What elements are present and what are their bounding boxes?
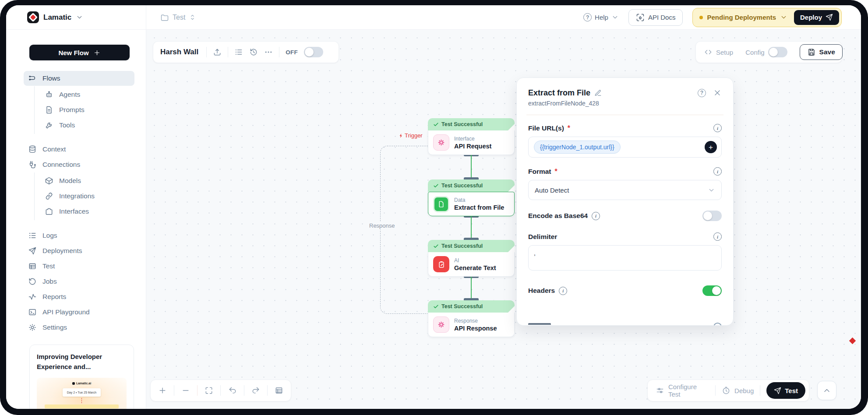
flow-enabled-toggle[interactable]: [304, 47, 323, 57]
new-flow-button[interactable]: New Flow: [29, 45, 130, 60]
delimiter-input[interactable]: ,: [528, 245, 722, 271]
fit-view-icon[interactable]: [201, 386, 217, 395]
promo-dashed-line: [81, 398, 82, 403]
setup-button[interactable]: Setup: [704, 48, 733, 56]
sidebar-item-label: Deployments: [42, 247, 82, 255]
node-api-response[interactable]: Test Successful Response API Response: [428, 300, 515, 337]
headers-toggle[interactable]: [702, 285, 722, 296]
lamatic-logo-icon: [27, 11, 39, 23]
sidebar-item-deployments[interactable]: Deployments: [24, 243, 134, 258]
sidebar-item-test[interactable]: Test: [24, 259, 134, 274]
save-button[interactable]: Save: [800, 44, 843, 60]
help-menu[interactable]: ? Help: [583, 13, 619, 21]
sidebar-item-context[interactable]: Context: [24, 142, 134, 157]
panel-help-icon[interactable]: ?: [698, 89, 706, 97]
info-icon[interactable]: i: [713, 232, 722, 241]
variable-chip[interactable]: {{triggerNode_1.output.url}}: [534, 141, 621, 154]
info-icon[interactable]: i: [592, 212, 600, 220]
deploy-label: Deploy: [800, 14, 822, 21]
send-icon: [826, 14, 833, 21]
node-id: extractFromFileNode_428: [528, 100, 602, 107]
file-node-icon: [433, 196, 449, 212]
sidebar-item-settings[interactable]: Settings: [24, 320, 134, 335]
status-dot: [699, 16, 703, 19]
sidebar-item-logs[interactable]: Logs: [24, 228, 134, 243]
plug-icon: [28, 160, 37, 169]
response-node-icon: [433, 317, 449, 333]
add-url-button[interactable]: +: [705, 141, 717, 153]
node-api-request[interactable]: Test Successful Interface API Request: [428, 118, 515, 155]
more-options-icon[interactable]: [264, 48, 273, 56]
app-window: Lamatic Test ? Help API Docs Pending Dep…: [6, 5, 861, 409]
promo-thumb-brand: Lamatic.ai: [72, 382, 91, 385]
panel-title: Extract from File: [528, 88, 590, 98]
queue-list-icon[interactable]: [234, 48, 243, 56]
pending-deployments-pill[interactable]: Pending Deployments Deploy: [692, 8, 842, 27]
encode-base64-toggle[interactable]: [702, 211, 722, 221]
bolt-icon: [399, 133, 404, 138]
promo-card[interactable]: Improving Developer Experience and... La…: [29, 345, 134, 409]
flow-name: Harsh Wall: [160, 48, 198, 56]
debug-button[interactable]: Debug: [722, 386, 754, 395]
database-icon: [28, 145, 37, 154]
run-test-button[interactable]: Test: [766, 382, 805, 399]
edit-pencil-icon[interactable]: [594, 89, 602, 97]
data-table-icon[interactable]: [271, 386, 287, 395]
sidebar-item-models[interactable]: Models: [35, 173, 134, 188]
save-icon: [807, 48, 816, 56]
sidebar-item-integrations[interactable]: Integrations: [35, 189, 134, 204]
robot-icon: [45, 90, 53, 99]
undo-icon[interactable]: [224, 386, 241, 395]
node-category: AI: [454, 257, 496, 264]
sidebar-item-label: Test: [42, 262, 55, 270]
info-icon[interactable]: i: [713, 124, 722, 132]
flow-breadcrumb[interactable]: Test: [146, 13, 196, 22]
config-toggle[interactable]: [768, 47, 787, 57]
sidebar-item-flows[interactable]: Flows: [24, 71, 134, 86]
sidebar-item-label: Connections: [42, 161, 80, 169]
info-icon[interactable]: i: [559, 287, 567, 295]
history-icon[interactable]: [249, 48, 258, 56]
format-label: Format: [528, 168, 551, 176]
sidebar-item-reports[interactable]: Reports: [24, 289, 134, 304]
flow-canvas[interactable]: Harsh Wall OFF Setup Config: [146, 30, 861, 409]
deploy-button[interactable]: Deploy: [794, 10, 839, 25]
node-extract-from-file[interactable]: Test Successful Data Extract from File: [428, 179, 515, 216]
node-generate-text[interactable]: Test Successful AI Generate Text: [428, 240, 515, 277]
file-urls-label: File URL(s): [528, 124, 564, 132]
info-icon[interactable]: i: [713, 167, 722, 176]
sidebar-item-connections[interactable]: Connections: [24, 157, 134, 172]
close-icon[interactable]: [713, 88, 722, 97]
sidebar-item-tools[interactable]: Tools: [35, 118, 134, 133]
link-icon: [45, 192, 53, 200]
list-icon: [28, 231, 37, 240]
sidebar-item-interfaces[interactable]: Interfaces: [35, 204, 134, 219]
node-category: Data: [454, 197, 504, 203]
sidebar-item-prompts[interactable]: Prompts: [35, 102, 134, 117]
workspace-switcher[interactable]: Lamatic: [6, 5, 146, 29]
share-upload-icon[interactable]: [213, 48, 222, 56]
node-status-badge: Test Successful: [428, 240, 515, 252]
zoom-in-icon[interactable]: [154, 386, 171, 395]
header-actions: ? Help API Docs Pending Deployments Depl…: [583, 8, 861, 27]
cube-icon: [45, 176, 53, 185]
collapse-panel-button[interactable]: [817, 381, 836, 400]
headers-row: Headers i: [528, 285, 722, 296]
sliders-icon: [656, 386, 664, 395]
file-urls-input[interactable]: {{triggerNode_1.output.url}} +: [528, 137, 722, 158]
configure-test-button[interactable]: Configure Test: [656, 383, 709, 398]
node-category: Interface: [454, 136, 491, 142]
sidebar-item-agents[interactable]: Agents: [35, 87, 134, 102]
activity-icon: [28, 292, 37, 301]
new-flow-label: New Flow: [58, 49, 88, 56]
run-test-label: Test: [785, 387, 798, 394]
zoom-out-icon[interactable]: [177, 386, 194, 395]
redo-icon[interactable]: [247, 386, 264, 395]
format-select[interactable]: Auto Detect: [528, 180, 722, 200]
sidebar-item-jobs[interactable]: Jobs: [24, 274, 134, 289]
api-docs-button[interactable]: API Docs: [628, 9, 683, 26]
chevron-down-icon: [780, 14, 787, 21]
folder-icon: [160, 13, 169, 22]
chevron-down-icon: [611, 14, 619, 21]
sidebar-item-api-playground[interactable]: API Playground: [24, 305, 134, 320]
